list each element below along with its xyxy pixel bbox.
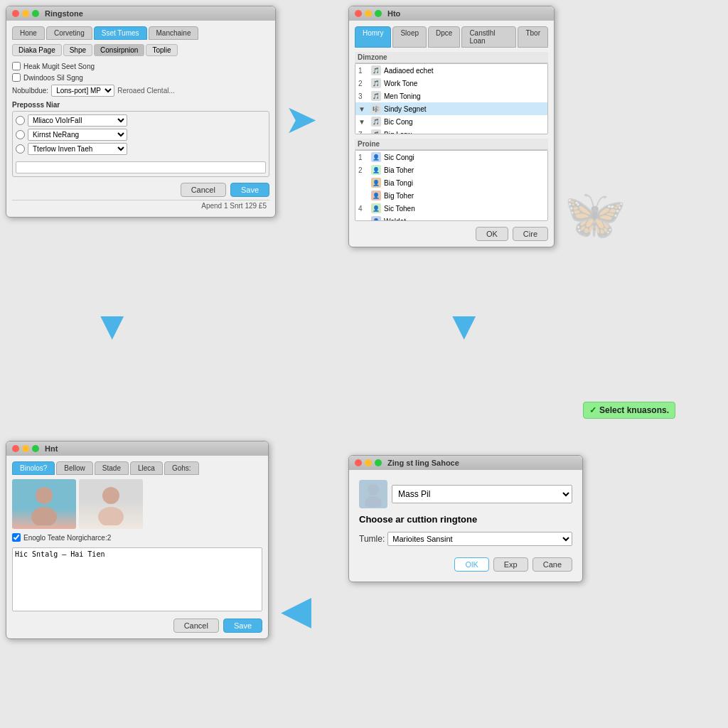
zing-window: Zing st ling Sahoce Mass Pil Choose ar c… <box>348 455 583 582</box>
zing-close-dot[interactable] <box>355 459 362 466</box>
radio-select-2[interactable]: Tterlow Inven Taeh <box>28 143 127 155</box>
ringstone-cancel-button[interactable]: Cancel <box>181 183 226 197</box>
hnt-close-dot[interactable] <box>12 445 19 452</box>
proine-item-5: Weldet <box>384 218 406 222</box>
tab-sloep[interactable]: Sloep <box>392 26 427 48</box>
sub-tab-diaka[interactable]: Diaka Page <box>12 44 62 56</box>
list-item[interactable]: 1 👤 Sic Congi <box>355 151 547 164</box>
tab-stade[interactable]: Stade <box>95 461 129 475</box>
tab-gohs[interactable]: Gohs: <box>164 461 199 475</box>
hto-expand-dot[interactable] <box>375 10 382 17</box>
tab-dpce[interactable]: Dpce <box>428 26 460 48</box>
avatar-svg <box>360 481 386 507</box>
nobulbdue-label: Nobulbdue: <box>12 87 48 95</box>
radio-select-1[interactable]: Kirnst NeRang <box>28 129 127 141</box>
tab-hone[interactable]: Hone <box>12 26 45 40</box>
proine-list: 1 👤 Sic Congi 2 👤 Bia Toher 👤 Bia Tongi … <box>355 150 548 221</box>
ringstone-tab-bar: Hone Corveting Sset Tumes Manchaine <box>12 26 269 40</box>
hnt-minimize-dot[interactable] <box>22 445 29 452</box>
avatar-select[interactable]: Mass Pil <box>392 485 572 503</box>
minimize-dot[interactable] <box>22 10 29 17</box>
person-svg-2 <box>90 483 132 525</box>
hto-ok-button[interactable]: OK <box>476 227 508 241</box>
svg-point-1 <box>31 507 57 525</box>
close-dot[interactable] <box>12 10 19 17</box>
zing-expand-dot[interactable] <box>375 459 382 466</box>
hnt-save-button[interactable]: Save <box>223 619 262 633</box>
hto-close-dot[interactable] <box>355 10 362 17</box>
ringstone-save-button[interactable]: Save <box>230 183 269 197</box>
radio-row-1: Kirnst NeRang <box>16 129 266 141</box>
checkbox-dwindoos-input[interactable] <box>12 73 21 82</box>
list-icon: 👤 <box>371 216 381 221</box>
checkbox-heak-input[interactable] <box>12 62 21 70</box>
radio-2[interactable] <box>16 144 25 154</box>
list-item[interactable]: 7 🎵 Big Lorw <box>355 128 547 134</box>
tab-binolos[interactable]: Binolos? <box>12 461 55 475</box>
zing-ok-button[interactable]: OlK <box>454 557 488 572</box>
list-item[interactable]: 1 🎵 Aadiaoed echet <box>355 64 547 77</box>
dimzone-item-1: Work Tone <box>384 80 417 87</box>
list-item[interactable]: 4 👤 Sic Tohen <box>355 202 547 215</box>
sub-tab-toplie[interactable]: Toplie <box>146 44 177 56</box>
hnt-checkbox[interactable] <box>12 533 21 542</box>
radio-extra-input[interactable] <box>16 161 266 173</box>
tumle-select[interactable]: Marioites Sansint <box>387 532 572 546</box>
hnt-textarea[interactable]: Hic Sntalg – Hai Tien <box>12 547 262 611</box>
dimzone-header: Dimzone <box>355 52 548 63</box>
hto-cire-button[interactable]: Cire <box>513 227 548 241</box>
tab-manchaine[interactable]: Manchaine <box>149 26 199 40</box>
preposss-label: Preposss Niar <box>12 101 269 109</box>
hto-content: Homry Sloep Dpce Canstlhl Loan Tbor Dimz… <box>349 21 554 247</box>
tab-bellow[interactable]: Bellow <box>56 461 92 475</box>
expand-dot[interactable] <box>32 10 39 17</box>
tumle-row: Tumle: Marioites Sansint <box>359 532 572 546</box>
tab-homry[interactable]: Homry <box>355 26 391 48</box>
radio-select-0[interactable]: Mliaco VIoIrFaIl <box>28 114 127 127</box>
photo-thumb-1 <box>12 479 76 529</box>
nobulbdue-select[interactable]: Lons-port] MP <box>51 85 114 97</box>
list-item[interactable]: 👤 Weldet <box>355 215 547 221</box>
arrow-down-left: ▼ <box>92 306 132 346</box>
check-badge-text: Select knuasons. <box>599 405 669 415</box>
proine-header: Proine <box>355 139 548 150</box>
tab-canstlhl[interactable]: Canstlhl Loan <box>461 26 516 48</box>
list-item[interactable]: 2 🎵 Work Tone <box>355 77 547 90</box>
radio-row-2: Tterlow Inven Taeh <box>16 143 266 155</box>
list-item[interactable]: 👤 Bia Tongi <box>355 176 547 189</box>
list-item[interactable]: ▼ 🎼 Sindy Segnet <box>355 102 547 115</box>
hto-tab-bar: Homry Sloep Dpce Canstlhl Loan Tbor <box>355 26 548 48</box>
sub-tab-consirpnion[interactable]: Consirpnion <box>94 44 144 56</box>
hnt-btn-row: Cancel Save <box>12 619 262 633</box>
tab-lleca[interactable]: Lleca <box>130 461 163 475</box>
ringstone-btn-row: Cancel Save <box>12 183 269 197</box>
photo-thumb-2 <box>79 479 143 529</box>
list-icon: 🎵 <box>371 65 381 75</box>
zing-cane-button[interactable]: Cane <box>532 557 572 572</box>
list-item[interactable]: 2 👤 Bia Toher <box>355 164 547 176</box>
list-icon: 👤 <box>371 203 381 213</box>
hnt-cancel-button[interactable]: Cancel <box>173 619 219 633</box>
list-icon: 🎵 <box>371 78 381 88</box>
radio-0[interactable] <box>16 116 25 125</box>
list-item[interactable]: 3 🎵 Men Toning <box>355 90 547 102</box>
list-item[interactable]: 👤 Big Toher <box>355 189 547 202</box>
tab-sset-tumes[interactable]: Sset Tumes <box>94 26 147 40</box>
zing-minimize-dot[interactable] <box>365 459 372 466</box>
tab-tbor[interactable]: Tbor <box>518 26 548 48</box>
ringstone-content: Hone Corveting Sset Tumes Manchaine Diak… <box>6 21 275 217</box>
zing-exp-button[interactable]: Exp <box>493 557 528 572</box>
svg-point-5 <box>365 496 382 507</box>
hnt-expand-dot[interactable] <box>32 445 39 452</box>
list-item[interactable]: ▼ 🎵 Bic Cong <box>355 115 547 128</box>
nobulbdue-row: Nobulbdue: Lons-port] MP Reroaed Clental… <box>12 85 269 97</box>
choose-ringtone-label: Choose ar cuttion ringtone <box>359 514 572 525</box>
radio-1[interactable] <box>16 130 25 139</box>
hto-minimize-dot[interactable] <box>365 10 372 17</box>
sub-tab-shpe[interactable]: Shpe <box>63 44 92 56</box>
svg-point-4 <box>368 484 379 496</box>
hto-btn-row: OK Cire <box>355 227 548 241</box>
proine-item-4: Sic Tohen <box>384 205 415 213</box>
tab-corveting[interactable]: Corveting <box>46 26 92 40</box>
check-icon: ✓ <box>589 405 596 415</box>
